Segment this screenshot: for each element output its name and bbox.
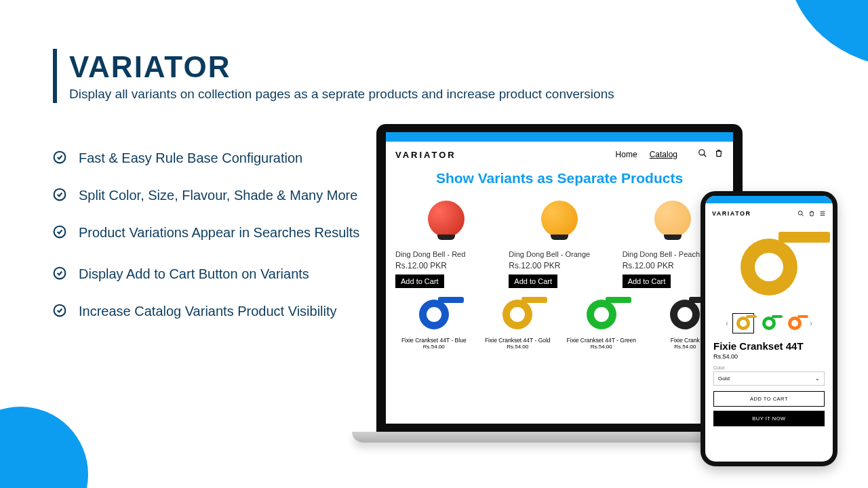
thumbnail[interactable]: [732, 313, 754, 333]
crankset-icon: [502, 300, 532, 329]
product-price: Rs.12.00 PKR: [509, 261, 610, 270]
phone-product-price: Rs.54.00: [705, 352, 833, 365]
buy-now-button[interactable]: BUY IT NOW: [713, 411, 825, 426]
laptop-topbar: [386, 132, 733, 142]
chevron-right-icon[interactable]: ›: [810, 319, 812, 328]
thumbnail[interactable]: [758, 313, 780, 333]
add-to-cart-button[interactable]: Add to Cart: [395, 274, 444, 288]
product-name: Ding Dong Bell - Orange: [509, 250, 610, 258]
check-icon: [53, 266, 66, 280]
feature-item: Display Add to Cart Button on Variants: [53, 264, 372, 285]
search-icon[interactable]: [797, 207, 804, 220]
chevron-left-icon[interactable]: ‹: [726, 319, 728, 328]
feature-item: Fast & Easy Rule Base Configuration: [53, 148, 372, 169]
thumbnail[interactable]: [784, 313, 806, 333]
decorative-blob-bottom: [0, 407, 88, 488]
crankset-icon: [762, 317, 776, 330]
product-name: Fixie Crankset 44T - Gold: [479, 337, 557, 344]
phone-product-image: [705, 224, 833, 310]
phone-mockup: VARIATOR ‹ › Fixie Crankset 44T Rs.54.00…: [701, 191, 837, 466]
bag-icon[interactable]: [714, 148, 724, 161]
crankset-icon: [419, 300, 449, 329]
feature-text: Split Color, Size, Flavour, Shade & Many…: [79, 185, 357, 206]
color-label: Color: [705, 365, 833, 370]
feature-text: Increase Catalog Variants Product Visibi…: [79, 301, 337, 322]
bell-icon: [541, 201, 578, 237]
product-card[interactable]: Fixie Crankset 44T - Gold Rs.54.00: [479, 295, 557, 350]
svg-point-5: [699, 150, 705, 155]
laptop-heading: Show Variants as Separate Products: [386, 170, 733, 186]
features-list: Fast & Easy Rule Base Configuration Spli…: [53, 148, 372, 338]
add-to-cart-button[interactable]: ADD TO CART: [713, 391, 825, 407]
product-card[interactable]: Fixie Crankset 44T - Blue Rs.54.00: [395, 295, 473, 350]
product-card[interactable]: Ding Dong Bell - Orange Rs.12.00 PKR Add…: [509, 193, 610, 288]
phone-topbar: [705, 196, 833, 203]
product-card[interactable]: Fixie Crankset 44T - Green Rs.54.00: [563, 295, 640, 350]
check-icon: [53, 225, 66, 239]
product-name: Fixie Crankset 44T - Blue: [395, 337, 473, 344]
bag-icon[interactable]: [808, 207, 815, 220]
selected-color: Gold: [718, 375, 730, 382]
decorative-blob-top: [787, 0, 868, 68]
phone-product-title: Fixie Crankset 44T: [705, 336, 833, 352]
add-to-cart-button[interactable]: Add to Cart: [509, 274, 557, 288]
product-price: Rs.54.00: [479, 344, 557, 350]
product-card[interactable]: Ding Dong Bell - Red Rs.12.00 PKR Add to…: [395, 193, 496, 288]
product-price: Rs.12.00 PKR: [395, 261, 496, 270]
laptop-nav: Home Catalog: [616, 150, 677, 159]
bell-icon: [428, 201, 465, 237]
crankset-icon: [587, 300, 616, 329]
svg-point-6: [798, 211, 802, 215]
feature-item: Product Variations Appear in Searches Re…: [53, 222, 372, 243]
page-title: VARIATOR: [69, 50, 614, 84]
feature-item: Increase Catalog Variants Product Visibi…: [53, 301, 372, 322]
laptop-mockup: VARIATOR Home Catalog Show Variants as S…: [376, 124, 743, 443]
nav-catalog[interactable]: Catalog: [650, 150, 677, 159]
check-icon: [53, 188, 66, 201]
title-accent-bar: [53, 49, 57, 103]
check-icon: [53, 304, 66, 317]
chevron-down-icon: ⌄: [815, 375, 820, 382]
product-price: Rs.54.00: [395, 344, 473, 350]
page-subtitle: Display all variants on collection pages…: [69, 87, 614, 102]
feature-text: Fast & Easy Rule Base Configuration: [79, 148, 302, 169]
product-price: Rs.54.00: [563, 344, 640, 350]
crankset-icon: [741, 239, 797, 296]
product-name: Ding Dong Bell - Red: [395, 250, 496, 258]
feature-text: Product Variations Appear in Searches Re…: [79, 222, 359, 243]
crankset-icon: [788, 317, 802, 330]
check-icon: [53, 150, 66, 164]
crankset-icon: [736, 317, 750, 330]
crankset-icon: [670, 300, 700, 329]
add-to-cart-button[interactable]: Add to Cart: [623, 274, 671, 288]
search-icon[interactable]: [698, 148, 707, 161]
header: VARIATOR Display all variants on collect…: [53, 49, 614, 103]
product-name: Fixie Crankset 44T - Green: [563, 337, 640, 344]
phone-logo: VARIATOR: [712, 210, 751, 217]
feature-text: Display Add to Cart Button on Variants: [79, 264, 309, 285]
nav-home[interactable]: Home: [616, 150, 637, 159]
bell-icon: [654, 201, 691, 237]
feature-item: Split Color, Size, Flavour, Shade & Many…: [53, 185, 372, 206]
phone-thumbnails: ‹ ›: [705, 310, 833, 336]
color-select[interactable]: Gold ⌄: [713, 371, 825, 386]
menu-icon[interactable]: [819, 207, 826, 220]
laptop-logo: VARIATOR: [395, 150, 456, 160]
